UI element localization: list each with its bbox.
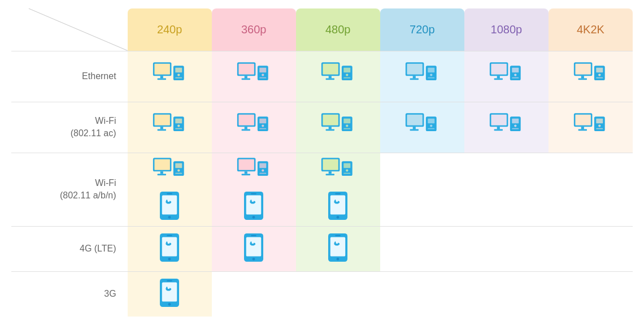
svg-point-131 [337, 216, 340, 219]
svg-rect-34 [491, 64, 507, 75]
cell-row-wifi-ac-480p [296, 102, 380, 153]
svg-rect-111 [245, 171, 247, 174]
cell-row-ethernet-240p [128, 51, 212, 102]
svg-rect-4 [158, 79, 166, 80]
phone-icon [327, 233, 349, 265]
svg-rect-67 [329, 127, 332, 129]
svg-rect-136 [167, 235, 172, 236]
svg-point-115 [262, 169, 264, 171]
network-label-cell: Wi-Fi(802.11 a/b/n) [11, 153, 128, 226]
row-row-wifi-abn: Wi-Fi(802.11 a/b/n) [11, 153, 633, 226]
desktop-icon [321, 111, 355, 143]
cell-row-wifi-ac-4K2K [549, 102, 633, 153]
svg-rect-56 [175, 128, 182, 129]
phone-icon [327, 191, 349, 223]
svg-point-139 [253, 258, 255, 261]
svg-rect-106 [162, 196, 177, 215]
svg-rect-2 [155, 64, 170, 75]
svg-rect-83 [497, 127, 500, 129]
svg-rect-110 [239, 159, 254, 170]
cell-row-wifi-ac-240p [128, 102, 212, 153]
desktop-icon [573, 60, 607, 92]
svg-rect-16 [259, 77, 266, 79]
svg-rect-130 [330, 196, 345, 215]
svg-rect-38 [512, 68, 519, 73]
desktop-icon [153, 111, 186, 143]
network-label-cell: Wi-Fi(802.11 ac) [11, 102, 128, 153]
cell-row-ethernet-1080p [464, 51, 549, 102]
svg-point-147 [168, 303, 171, 306]
svg-point-7 [177, 73, 180, 76]
header-row: 240p 360p 480p 720p 1080p 4K2K [11, 8, 633, 51]
network-label-cell: 4G (LTE) [11, 226, 128, 271]
svg-rect-22 [344, 68, 351, 73]
row-row-ethernet: Ethernet [11, 51, 633, 102]
svg-rect-68 [326, 129, 334, 131]
phone-icon [159, 278, 180, 310]
svg-rect-134 [162, 237, 177, 257]
svg-rect-64 [259, 128, 266, 129]
svg-rect-42 [576, 64, 591, 75]
svg-rect-112 [242, 174, 250, 176]
cell-row-4glte-480p [296, 226, 380, 271]
svg-rect-60 [242, 129, 250, 131]
svg-rect-122 [323, 159, 338, 170]
svg-rect-104 [175, 173, 182, 174]
cell-row-ethernet-720p [380, 51, 464, 102]
svg-rect-80 [428, 128, 435, 129]
cell-row-3g-720p [380, 271, 464, 317]
cell-row-4glte-240p [128, 226, 212, 271]
cell-row-wifi-ac-360p [212, 102, 296, 153]
phone-icon [243, 191, 264, 223]
svg-rect-12 [242, 79, 250, 80]
cell-row-wifi-abn-720p [380, 153, 464, 226]
cell-row-4glte-720p [380, 226, 464, 271]
svg-rect-40 [512, 77, 519, 79]
svg-rect-51 [160, 127, 163, 129]
svg-rect-132 [336, 193, 341, 194]
desktop-icon [321, 60, 355, 92]
svg-point-39 [515, 73, 517, 76]
network-label-cell: Ethernet [11, 51, 128, 102]
svg-rect-48 [597, 77, 603, 79]
svg-rect-75 [413, 127, 416, 129]
svg-rect-50 [155, 115, 170, 125]
svg-rect-30 [428, 68, 435, 73]
desktop-icon [405, 111, 439, 143]
header-1080p: 1080p [464, 8, 549, 51]
svg-rect-36 [494, 79, 503, 80]
row-row-3g: 3G [11, 271, 633, 317]
phone-icon [159, 191, 180, 223]
row-row-4glte: 4G (LTE) [11, 226, 633, 271]
svg-rect-116 [259, 173, 266, 174]
header-4k2k: 4K2K [549, 8, 633, 51]
svg-rect-70 [344, 119, 351, 124]
svg-rect-43 [581, 76, 584, 78]
svg-rect-52 [158, 129, 166, 131]
svg-point-15 [262, 73, 264, 76]
svg-rect-120 [251, 193, 256, 194]
svg-rect-88 [512, 128, 519, 129]
svg-point-135 [168, 258, 171, 261]
svg-rect-98 [155, 159, 170, 170]
svg-point-47 [599, 73, 601, 76]
compatibility-table: 240p 360p 480p 720p 1080p 4K2K Ethernet [11, 8, 633, 317]
desktop-icon [573, 111, 607, 143]
svg-rect-82 [491, 115, 507, 125]
cell-row-wifi-abn-480p [296, 153, 380, 226]
svg-rect-8 [175, 77, 182, 79]
svg-rect-114 [259, 163, 266, 168]
cell-row-wifi-ac-1080p [464, 102, 549, 153]
svg-point-95 [599, 124, 601, 127]
svg-rect-46 [597, 68, 603, 73]
desktop-icon [489, 111, 523, 143]
svg-rect-91 [581, 127, 584, 129]
svg-rect-74 [407, 115, 423, 125]
svg-rect-44 [578, 79, 587, 80]
cell-row-3g-360p [212, 271, 296, 317]
header-720p: 720p [380, 8, 464, 51]
cell-row-3g-480p [296, 271, 380, 317]
svg-rect-86 [512, 119, 519, 124]
svg-point-71 [346, 124, 348, 127]
svg-point-55 [177, 124, 180, 127]
